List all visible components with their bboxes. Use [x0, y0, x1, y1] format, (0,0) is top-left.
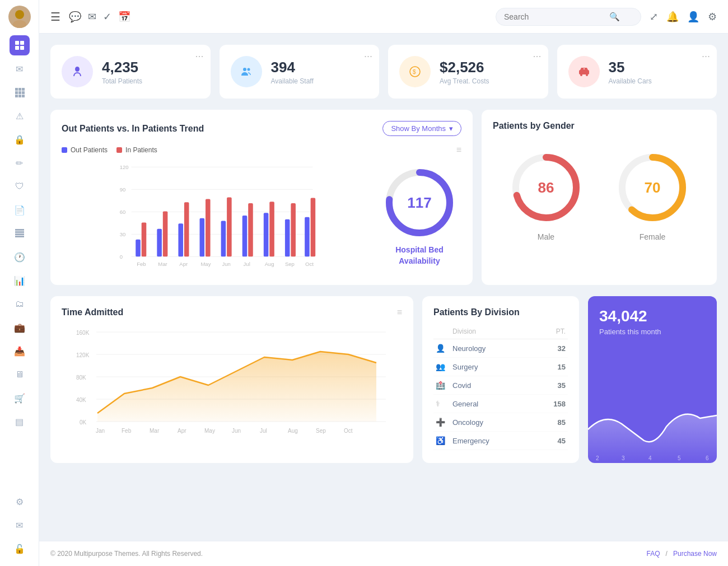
bar-chart-svg: 120 90 60 30 0: [62, 160, 372, 272]
division-table: Division PT. 👤 Neurology 32 👥 Surgery 15: [433, 324, 568, 450]
svg-text:0K: 0K: [80, 419, 87, 425]
patients-icon: [62, 56, 93, 87]
svg-point-20: [247, 68, 250, 71]
search-input[interactable]: [504, 12, 605, 21]
division-title: Patients By Division: [433, 307, 568, 317]
hamburger-icon[interactable]: ☰: [50, 10, 60, 24]
avatar[interactable]: [8, 6, 31, 28]
bed-value: 117: [407, 194, 431, 212]
svg-rect-23: [579, 70, 589, 74]
stat-label-staff: Available Staff: [271, 77, 314, 85]
svg-text:Feb: Feb: [122, 428, 132, 434]
svg-rect-16: [15, 231, 24, 233]
topnav: ☰ 💬 ✉ ✓ 📅 🔍 ⤢ 🔔 👤 ⚙: [39, 0, 728, 34]
stat-value-cars: 35: [609, 59, 652, 76]
sidebar-icon-bar[interactable]: 📊: [10, 270, 30, 291]
show-by-button[interactable]: Show By Months ▾: [382, 121, 461, 136]
stat-more-btn-costs[interactable]: ···: [533, 50, 541, 62]
svg-rect-5: [20, 46, 24, 50]
svg-text:160K: 160K: [76, 330, 90, 336]
search-bar[interactable]: 🔍: [496, 8, 641, 26]
sidebar-icon-edit[interactable]: ✏: [10, 153, 30, 173]
svg-text:Aug: Aug: [265, 261, 274, 267]
sidebar-icon-layers[interactable]: 🗂: [10, 294, 30, 314]
chart-menu-btn[interactable]: ≡: [456, 145, 461, 155]
svg-text:Jan: Jan: [96, 428, 105, 434]
svg-rect-49: [269, 202, 274, 256]
charts-row: Out Patients vs. In Patients Trend Show …: [50, 110, 717, 285]
bell-icon[interactable]: 🔔: [666, 11, 679, 23]
sidebar-icon-file[interactable]: 📄: [10, 200, 30, 220]
sidebar-icon-lock[interactable]: 🔒: [10, 129, 30, 149]
gender-chart-header: Patients by Gender: [493, 121, 706, 131]
user-profile-icon[interactable]: 👤: [687, 11, 699, 23]
emergency-pt: 45: [558, 437, 566, 445]
svg-point-19: [243, 68, 246, 71]
sidebar-icon-grid[interactable]: [10, 82, 30, 102]
footer-faq-link[interactable]: FAQ: [647, 550, 660, 558]
sidebar-icon-monitor[interactable]: 🖥: [10, 364, 30, 385]
sidebar-icon-cart[interactable]: 🛒: [10, 388, 30, 408]
svg-text:Mar: Mar: [158, 261, 167, 267]
sidebar-icon-alert[interactable]: ⚠: [10, 106, 30, 126]
footer-purchase-link[interactable]: Purchase Now: [673, 550, 717, 558]
trend-chart-header: Out Patients vs. In Patients Trend Show …: [62, 121, 461, 136]
legend-out-patients: Out Patients: [62, 145, 108, 155]
emergency-name: Emergency: [452, 437, 558, 445]
female-label: Female: [640, 232, 666, 241]
male-value: 86: [538, 179, 554, 197]
sidebar-icon-dashboard[interactable]: [10, 35, 30, 55]
sidebar-icon-bag[interactable]: 💼: [10, 317, 30, 338]
svg-rect-40: [178, 223, 183, 256]
covid-pt: 35: [558, 381, 566, 390]
search-icon: 🔍: [609, 12, 620, 22]
sidebar-icon-inbox[interactable]: 📥: [10, 341, 30, 361]
division-row-general: ⚕ General 158: [433, 395, 568, 413]
patients-month-card: 34,042 Patients this month 2 3 4 5: [588, 296, 717, 463]
general-icon: ⚕: [436, 399, 449, 408]
topnav-check-icon[interactable]: ✓: [103, 11, 111, 23]
topnav-email-icon[interactable]: ✉: [88, 11, 96, 23]
sidebar-icon-layout[interactable]: ▤: [10, 411, 30, 432]
sidebar-icon-mail[interactable]: ✉: [10, 59, 30, 79]
trend-chart-title: Out Patients vs. In Patients Trend: [62, 124, 204, 134]
sidebar-icon-padlock[interactable]: 🔓: [10, 539, 30, 559]
patients-month-value: 34,042: [599, 307, 706, 325]
surgery-pt: 15: [558, 363, 566, 371]
svg-point-25: [586, 74, 588, 76]
division-header: Division PT.: [433, 324, 568, 339]
svg-text:May: May: [200, 261, 211, 267]
sidebar-icon-table[interactable]: [10, 223, 30, 244]
svg-text:120K: 120K: [76, 352, 90, 358]
gear-settings-icon[interactable]: ⚙: [708, 11, 717, 23]
bed-availability-container: 117 Hospital BedAvailability: [377, 160, 461, 274]
sidebar-icon-shield[interactable]: 🛡: [10, 176, 30, 197]
svg-text:May: May: [204, 428, 215, 434]
female-donut: 70: [616, 151, 689, 224]
footer-links: FAQ / Purchase Now: [647, 550, 717, 558]
pt-col-header: PT.: [556, 328, 566, 335]
svg-rect-46: [242, 216, 248, 256]
topnav-chat-icon[interactable]: 💬: [69, 11, 81, 23]
sidebar-icon-clock[interactable]: 🕐: [10, 247, 30, 267]
division-row-surgery: 👥 Surgery 15: [433, 358, 568, 376]
topnav-calendar-icon[interactable]: 📅: [118, 11, 130, 23]
svg-rect-44: [221, 221, 226, 257]
sidebar-icon-settings[interactable]: ⚙: [10, 492, 30, 512]
svg-text:Feb: Feb: [137, 261, 146, 267]
time-admitted-menu-icon[interactable]: ≡: [397, 307, 402, 317]
stat-more-btn-staff[interactable]: ···: [364, 50, 372, 62]
svg-rect-18: [15, 236, 24, 237]
neurology-name: Neurology: [452, 344, 558, 353]
stat-more-btn-patients[interactable]: ···: [195, 50, 203, 62]
female-value: 70: [645, 179, 661, 197]
stat-label-costs: Avg Treat. Costs: [440, 77, 489, 85]
bar-chart-container: 120 90 60 30 0: [62, 160, 461, 274]
division-card: Patients By Division Division PT. 👤 Neur…: [422, 296, 579, 463]
expand-icon[interactable]: ⤢: [650, 11, 658, 23]
svg-text:4: 4: [648, 455, 652, 461]
sidebar-icon-mail2[interactable]: ✉: [10, 515, 30, 535]
division-row-covid: 🏥 Covid 35: [433, 376, 568, 395]
svg-text:120: 120: [120, 164, 129, 170]
stat-more-btn-cars[interactable]: ···: [702, 50, 710, 62]
